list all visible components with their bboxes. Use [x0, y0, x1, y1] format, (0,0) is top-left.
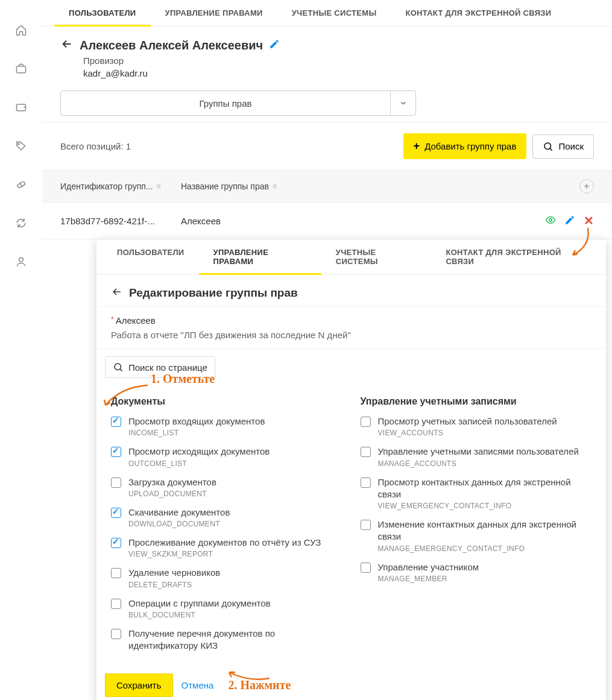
user-role: Провизор	[83, 55, 594, 66]
col-id-header[interactable]: Идентификатор групп...≡	[60, 179, 175, 194]
tag-icon[interactable]	[15, 140, 27, 154]
group-description: Работа в отчете "ЛП без движения за посл…	[111, 330, 591, 340]
permission-label: Просмотр исходящих документов	[128, 446, 270, 458]
permission-checkbox[interactable]	[111, 568, 121, 578]
modal-tab-users[interactable]: ПОЛЬЗОВАТЕЛИ	[103, 239, 199, 274]
modal-tabs: ПОЛЬЗОВАТЕЛИ УПРАВЛЕНИЕ ПРАВАМИ УЧЕТНЫЕ …	[96, 239, 606, 275]
dropdown-label: Группы прав	[61, 91, 390, 115]
permission-item: Просмотр учетных записей пользователейVI…	[361, 415, 592, 437]
permission-label: Получение перечня документов по идентифи…	[128, 628, 342, 652]
permission-label: Скачивание документов	[128, 506, 230, 519]
user-full-name: Алексеев Алексей Алексеевич	[80, 39, 263, 52]
permission-code: VIEW_EMERGENCY_CONTACT_INFO	[378, 502, 592, 510]
permissions-col2: Управление учетными записями Просмотр уч…	[361, 393, 592, 660]
svg-point-4	[19, 257, 24, 262]
tab-systems[interactable]: УЧЕТНЫЕ СИСТЕМЫ	[277, 0, 391, 26]
permission-code: UPLOAD_DOCUMENT	[128, 490, 216, 498]
search-icon	[543, 141, 554, 152]
permission-checkbox[interactable]	[361, 520, 371, 530]
permission-label: Просмотр входящих документов	[128, 415, 265, 427]
tab-emergency[interactable]: КОНТАКТ ДЛЯ ЭКСТРЕННОЙ СВЯЗИ	[391, 0, 566, 26]
permission-checkbox[interactable]	[361, 447, 371, 457]
left-sidebar	[0, 0, 42, 700]
permission-checkbox[interactable]	[361, 478, 371, 488]
permission-checkbox[interactable]	[111, 599, 121, 609]
sort-icon: ≡	[157, 182, 161, 191]
modal-title: Редактирование группы прав	[129, 286, 298, 300]
col-name-header[interactable]: Название группы прав≡	[175, 179, 522, 194]
permission-label: Управление учетными записями пользовател…	[378, 446, 579, 458]
wallet-icon[interactable]	[15, 101, 27, 116]
permission-code: DOWNLOAD_DOCUMENT	[128, 520, 230, 528]
home-icon[interactable]	[15, 24, 27, 39]
permission-label: Удаление черновиков	[128, 567, 220, 579]
permission-checkbox[interactable]	[111, 538, 121, 548]
col2-heading: Управление учетными записями	[361, 396, 592, 407]
permission-label: Управление участником	[378, 561, 479, 573]
pill-icon[interactable]	[15, 178, 27, 193]
svg-point-5	[544, 143, 551, 150]
search-button[interactable]: Поиск	[532, 134, 594, 159]
permissions-col1: Документы Просмотр входящих документовIN…	[111, 393, 342, 660]
edit-row-icon[interactable]	[564, 215, 575, 227]
cell-name: Алексеев	[175, 216, 522, 226]
table-row: 17b83d77-6892-421f-... Алексеев ✕	[42, 203, 612, 239]
toolbar: Всего позиций: 1 + Добавить группу прав …	[42, 122, 612, 170]
groups-dropdown[interactable]: Группы прав	[60, 90, 416, 116]
permission-checkbox[interactable]	[361, 563, 371, 573]
modal-back-icon[interactable]	[111, 286, 123, 300]
modal-tab-rights[interactable]: УПРАВЛЕНИЕ ПРАВАМИ	[199, 239, 321, 274]
permission-checkbox[interactable]	[111, 417, 121, 427]
add-column-button[interactable]: +	[579, 179, 594, 194]
edit-icon[interactable]	[269, 39, 280, 52]
modal-tab-emergency[interactable]: КОНТАКТ ДЛЯ ЭКСТРЕННОЙ СВЯЗИ	[431, 239, 600, 274]
annotation-step2: 2. Нажмите	[228, 678, 291, 692]
permission-checkbox[interactable]	[111, 447, 121, 457]
delete-row-icon[interactable]: ✕	[584, 213, 594, 228]
permission-item: Операции с группами документовBULK_DOCUM…	[111, 598, 342, 619]
save-button[interactable]: Сохранить	[105, 673, 173, 697]
annotation-arrow-3	[224, 666, 273, 684]
tab-rights[interactable]: УПРАВЛЕНИЕ ПРАВАМИ	[151, 0, 277, 26]
permission-item: Прослеживание документов по отчёту из СУ…	[111, 537, 342, 558]
permission-item: Скачивание документовDOWNLOAD_DOCUMENT	[111, 506, 342, 528]
svg-point-7	[115, 364, 121, 370]
plus-icon: +	[414, 140, 420, 153]
permission-checkbox[interactable]	[111, 478, 121, 488]
permission-code: MANAGE_MEMBER	[378, 575, 479, 583]
cell-id: 17b83d77-6892-421f-...	[60, 216, 175, 226]
svg-point-2	[18, 143, 19, 145]
required-marker: *	[111, 315, 114, 324]
permission-label: Просмотр контактных данных для экстренно…	[378, 476, 592, 501]
permission-code: INCOME_LIST	[128, 429, 265, 437]
permission-checkbox[interactable]	[111, 508, 121, 518]
page-search-input[interactable]: Поиск по странице	[105, 356, 215, 378]
sort-icon: ≡	[273, 182, 277, 191]
view-icon[interactable]	[545, 215, 556, 227]
permission-item: Загрузка документовUPLOAD_DOCUMENT	[111, 476, 342, 498]
permission-checkbox[interactable]	[361, 417, 371, 427]
permission-label: Загрузка документов	[128, 476, 216, 488]
modal-tab-systems[interactable]: УЧЕТНЫЕ СИСТЕМЫ	[321, 239, 432, 274]
cancel-button[interactable]: Отмена	[181, 680, 214, 690]
user-header: Алексеев Алексей Алексеевич Провизор kad…	[42, 27, 612, 84]
user-icon[interactable]	[15, 256, 27, 270]
permission-label: Изменение контактных данных для экстренн…	[378, 519, 592, 543]
total-count: Всего позиций: 1	[60, 141, 131, 151]
permission-item: Получение перечня документов по идентифи…	[111, 628, 342, 652]
permission-code: VIEW_ACCOUNTS	[378, 429, 557, 437]
chevron-down-icon[interactable]	[390, 91, 415, 115]
edit-group-modal: ПОЛЬЗОВАТЕЛИ УПРАВЛЕНИЕ ПРАВАМИ УЧЕТНЫЕ …	[96, 239, 606, 700]
refresh-icon[interactable]	[15, 217, 27, 232]
permission-item: Просмотр входящих документовINCOME_LIST	[111, 415, 342, 437]
tab-users[interactable]: ПОЛЬЗОВАТЕЛИ	[54, 0, 151, 26]
permission-checkbox[interactable]	[111, 629, 121, 639]
permission-item: Управление учетными записями пользовател…	[361, 446, 592, 467]
permission-label: Просмотр учетных записей пользователей	[378, 415, 557, 427]
briefcase-icon[interactable]	[15, 63, 27, 77]
back-arrow-icon[interactable]	[60, 37, 74, 53]
add-group-button[interactable]: + Добавить группу прав	[403, 133, 527, 159]
permission-item: Просмотр исходящих документовOUTCOME_LIS…	[111, 446, 342, 467]
group-name-value[interactable]: Алексеев	[116, 315, 156, 326]
user-email: kadr_a@kadr.ru	[83, 68, 594, 78]
